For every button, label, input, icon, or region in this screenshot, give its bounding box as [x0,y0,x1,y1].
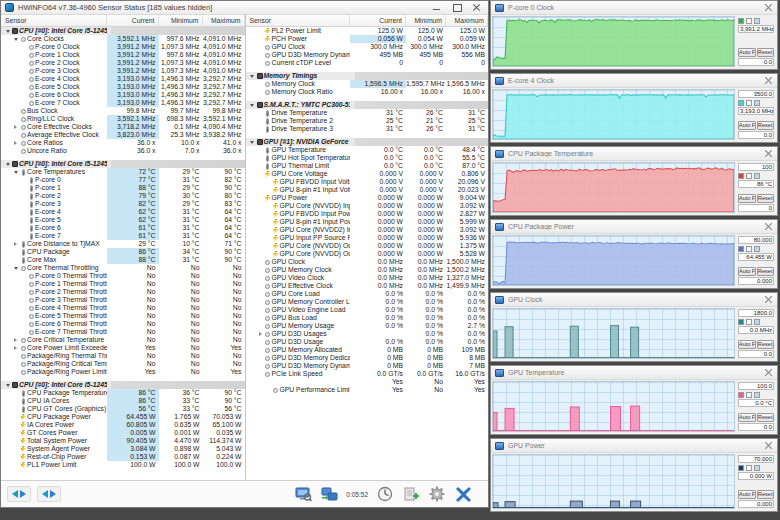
reset-button[interactable]: Reset [757,267,775,276]
sensor-group-row[interactable]: GPU [#1]: NVIDIA GeForce RTX 3050 Lapt..… [246,138,489,146]
close-icon[interactable] [763,441,773,451]
sensor-row[interactable]: P-core 2 Thermal ThrottlingNoNoNo [1,288,245,296]
close-icon[interactable] [763,149,773,159]
auto-fit-button[interactable]: Auto Fit [738,413,756,422]
sensor-row[interactable]: GPU Memory Allocated0 MB0 MB109 MB [246,346,489,354]
sensor-row[interactable]: CPU Package86 °C34 °C90 °C [1,248,245,256]
close-icon[interactable] [763,295,773,305]
sensor-row[interactable]: GPU Memory Usage0.0 %0.0 %2.7 % [246,322,489,330]
sensor-row[interactable]: Package/Ring Thermal ThrottlingNoNoNo [1,352,245,360]
remote-sensors-button[interactable] [320,486,338,502]
chevron-down-icon[interactable] [4,384,11,387]
sensor-row[interactable]: Uncore Ratio36.0 x7.0 x36.0 x [1,147,245,155]
y-max-input[interactable]: 3500.0 [738,90,774,98]
chevron-right-icon[interactable] [12,346,19,350]
chevron-down-icon[interactable] [12,171,19,174]
grid-color-swatch[interactable] [754,100,760,106]
sensor-row[interactable]: Core Effective Clocks3,718.2 MHz0.1 MHz4… [1,123,245,131]
series-color-swatch[interactable] [738,100,744,106]
sensor-row[interactable]: GPU Power0.000 W0.000 W9.004 W [246,194,489,202]
sensor-row[interactable]: P-core 0 Thermal ThrottlingNoNoNo [1,272,245,280]
logging-report-button[interactable] [402,486,420,502]
chevron-down-icon[interactable] [249,104,256,107]
auto-fit-button[interactable]: Auto Fit [738,490,756,499]
series-color-swatch[interactable] [738,173,744,179]
sensor-row[interactable]: P-core 3 Clock3,991.2 MHz1,097.3 MHz4,09… [1,67,245,75]
sensor-row[interactable]: Drive Temperature 225 °C21 °C25 °C [246,117,489,125]
sensor-row[interactable]: IA Cores Power60.805 W0.635 W65.100 W [1,421,245,429]
sensor-row[interactable]: GPU D3D Memory Dynamic0 MB0 MB7 MB [246,362,489,370]
col-sensor[interactable]: Sensor [246,15,351,26]
sensor-row[interactable]: YesNoYes [246,378,489,386]
sensor-row[interactable]: E-core 4 Thermal ThrottlingNoNoNo [1,304,245,312]
sensor-row[interactable]: Core Temperatures72 °C29 °C90 °C [1,168,245,176]
background-color-swatch[interactable] [746,100,752,106]
background-color-swatch[interactable] [746,18,752,24]
graph-title-bar[interactable]: GPU Temperature [491,366,777,380]
sensor-row[interactable]: Memory Clock1,596.5 MHz1,595.7 MHz1,596.… [246,80,489,88]
y-max-input[interactable]: 100.0 [738,382,774,390]
sensor-row[interactable]: P-core 077 °C31 °C82 °C [1,176,245,184]
sensor-row[interactable]: P-core 3 Thermal ThrottlingNoNoNo [1,296,245,304]
sensor-row[interactable]: Package/Ring Critical TemperatureNoNoNo [1,360,245,368]
sensor-row[interactable]: Ring/LLC Clock3,592.1 MHz698.3 MHz3,592.… [1,115,245,123]
y-min-input[interactable]: 0.0 [738,423,774,431]
col-minimum[interactable]: Minimum [159,15,203,26]
sensor-row[interactable]: GPU Clock0.0 MHz0.0 MHz1,500.0 MHz [246,258,489,266]
sensor-row[interactable]: PL1 Power Limit100.0 W100.0 W100.0 W [1,461,245,469]
reset-button[interactable]: Reset [757,121,775,130]
chevron-right-icon[interactable] [12,242,19,246]
sensor-row[interactable]: GPU Hot Spot Temperature0.0 °C0.0 °C55.5… [246,154,489,162]
col-maximum[interactable]: Maximum [446,15,488,26]
reset-button[interactable]: Reset [757,413,775,422]
sensor-row[interactable]: CPU Package Power64.455 W1.765 W70.053 W [1,413,245,421]
sensor-row[interactable]: GPU D3D Memory Dedicated0 MB0 MB8 MB [246,354,489,362]
chevron-right-icon[interactable] [12,338,19,342]
reset-button[interactable]: Reset [757,48,775,57]
background-color-swatch[interactable] [746,319,752,325]
col-maximum[interactable]: Maximum [203,15,245,26]
sensor-row[interactable]: PL2 Power Limit125.0 W125.0 W125.0 W [246,27,489,35]
auto-fit-button[interactable]: Auto Fit [738,121,756,130]
sensor-row[interactable]: System Agent Power3.084 W0.898 W5.043 W [1,445,245,453]
sensor-row[interactable]: Core Clocks3,592.1 MHz997.6 MHz4,091.0 M… [1,35,245,43]
graph-title-bar[interactable]: CPU Package Power [491,220,777,234]
sensor-row[interactable]: Core Ratios36.0 x10.0 x41.0 x [1,139,245,147]
sensor-row[interactable]: E-core 5 Clock3,193.0 MHz1,496.3 MHz3,29… [1,83,245,91]
sensor-row[interactable]: E-core 6 Thermal ThrottlingNoNoNo [1,320,245,328]
close-icon[interactable] [471,3,482,12]
title-bar[interactable]: HWiNFO64 v7.36-4960 Sensor Status [185 v… [1,1,488,15]
background-color-swatch[interactable] [746,246,752,252]
chevron-down-icon[interactable] [4,163,11,166]
y-min-input[interactable]: 0.0 [738,350,774,358]
close-icon[interactable] [763,368,773,378]
sensor-row[interactable]: GPU Core Load0.0 %0.0 %0.0 % [246,290,489,298]
sensor-row[interactable]: P-core 1 Clock3,991.2 MHz997.6 MHz4,091.… [1,51,245,59]
sensor-row[interactable]: P-core 382 °C29 °C83 °C [1,200,245,208]
close-icon[interactable] [763,76,773,86]
sensor-row[interactable]: E-core 4 Clock3,193.0 MHz1,496.3 MHz3,29… [1,75,245,83]
sensor-row[interactable]: P-core 0 Clock3,991.2 MHz1,097.3 MHz4,09… [1,43,245,51]
sensor-row[interactable]: E-core 761 °C31 °C64 °C [1,232,245,240]
sensor-row[interactable]: GPU Effective Clock0.0 MHz0.0 MHz1,499.9… [246,282,489,290]
auto-fit-button[interactable]: Auto Fit [738,340,756,349]
reset-button[interactable]: Reset [757,194,775,203]
sensor-row[interactable]: Core Critical TemperatureNoNoNo [1,336,245,344]
auto-fit-button[interactable]: Auto Fit [738,48,756,57]
auto-fit-button[interactable]: Auto Fit [738,267,756,276]
close-icon[interactable] [763,3,773,13]
grid-color-swatch[interactable] [754,173,760,179]
sensor-row[interactable]: GPU Bus Load0.0 %0.0 %0.0 % [246,314,489,322]
sensor-row[interactable]: P-core 188 °C29 °C90 °C [1,184,245,192]
sensor-row[interactable]: E-core 6 Clock3,193.0 MHz1,496.3 MHz3,29… [1,91,245,99]
sensor-row[interactable]: Memory Clock Ratio16.00 x16.00 x16.00 x [246,88,489,96]
sensor-row[interactable]: GPU Performance LimitersYesNoYes [246,386,489,394]
sensor-row[interactable]: Average Effective Clock3,823.0 MHz25.3 M… [1,131,245,139]
reset-button[interactable]: Reset [757,490,775,499]
sensor-row[interactable]: GPU Core Voltage0.000 V0.000 V0.806 V [246,170,489,178]
sensor-row[interactable]: GPU Core (NVVDD2) Input Power (sum)0.000… [246,226,489,234]
sensor-row[interactable]: P-core 1 Thermal ThrottlingNoNoNo [1,280,245,288]
graph-title-bar[interactable]: CPU Package Temperature [491,147,777,161]
chevron-right-icon[interactable] [257,332,264,336]
sensor-row[interactable]: GPU Clock300.0 MHz300.0 MHz300.0 MHz [246,43,489,51]
